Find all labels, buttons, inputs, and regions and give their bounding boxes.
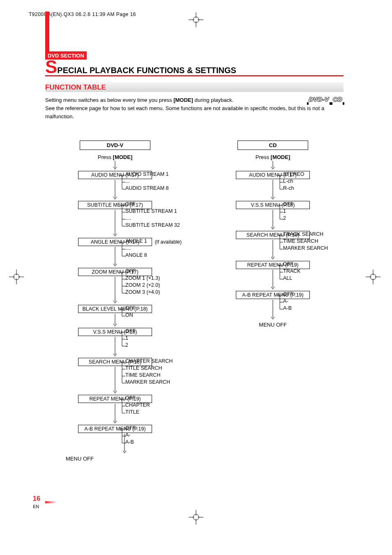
option-item: TIME SEARCH xyxy=(283,238,328,245)
option-item: CHAPTER xyxy=(125,402,150,409)
option-item: MARKER SEARCH xyxy=(125,379,173,386)
menu-off-cd: MENU OFF xyxy=(236,322,310,328)
option-item: OFF xyxy=(283,261,300,268)
menu-options: AUDIO STREAM 1...AUDIO STREAM 8 xyxy=(125,171,169,192)
menu-row: SUBTITLE MENU (P.17)OFFSUBTITLE STREAM 1… xyxy=(45,201,185,209)
menu-box-dvdv-4: BLACK LEVEL MENU (P.18) xyxy=(78,305,152,313)
subtitle: FUNCTION TABLE xyxy=(45,82,344,92)
menu-row: V.S.S MENU (P.18)OFF12 xyxy=(45,328,185,336)
intro-line1b: during playback. xyxy=(193,97,233,103)
option-item: ZOOM 1 (×1.3) xyxy=(125,275,160,282)
menu-row: V.S.S MENU (P.18)OFF12 xyxy=(203,201,343,209)
option-item: OFF xyxy=(125,268,160,275)
press-mode-cd: Press [MODE] xyxy=(236,154,310,160)
flow-header-cd: CD xyxy=(238,140,308,150)
menu-options: OFFCHAPTERTITLE xyxy=(125,395,150,416)
intro-mode: [MODE] xyxy=(173,97,193,103)
option-item: OFF xyxy=(125,395,150,402)
option-item: ANGLE 8 xyxy=(125,252,147,259)
intro-line1a: Setting menu switches as below every tim… xyxy=(45,97,173,103)
option-item: 1 xyxy=(125,335,136,342)
option-item: .... xyxy=(125,245,147,252)
menu-row: ANGLE MENU (P.17)(If available)ANGLE 1..… xyxy=(45,238,185,246)
flow-arrow xyxy=(78,314,152,327)
option-item: ZOOM 3 (×4.0) xyxy=(125,289,160,296)
menu-row: A-B REPEAT MENU (P.19)OFFA-A-B xyxy=(45,425,185,433)
menu-options: STEREOL-chR-ch xyxy=(283,171,304,192)
option-item: 2 xyxy=(283,215,293,222)
intro-text: DVD-V CD Setting menu switches as below … xyxy=(45,96,344,121)
menu-options: OFFA-A-B xyxy=(283,291,293,312)
option-item: TITLE xyxy=(125,409,150,416)
menu-options: OFF12 xyxy=(125,328,136,349)
option-item: OFF xyxy=(283,291,293,298)
menu-options: OFFON xyxy=(125,305,136,319)
option-item: STEREO xyxy=(283,171,304,178)
menu-off-dvdv: MENU OFF xyxy=(66,456,185,462)
menu-options: OFFSUBTITLE STREAM 1....SUBTITLE STREAM … xyxy=(125,201,180,229)
option-item: OFF xyxy=(125,201,180,208)
option-item: L-ch xyxy=(283,178,304,185)
menu-row: SEARCH MENU (P.18)TRACK SEARCHTIME SEARC… xyxy=(203,231,343,239)
option-item: AUDIO STREAM 8 xyxy=(125,185,169,192)
flow-arrow xyxy=(236,210,310,230)
option-item: .... xyxy=(125,215,180,222)
option-item: TRACK SEARCH xyxy=(283,231,328,238)
crop-mark-bottom xyxy=(189,510,203,526)
title-dropcap: S xyxy=(45,57,57,77)
option-item: TIME SEARCH xyxy=(125,372,173,379)
option-item: A- xyxy=(283,298,293,305)
option-item: 2 xyxy=(125,342,136,349)
menu-box-cd-4: A-B REPEAT MENU (P.19) xyxy=(236,291,310,299)
menu-options: OFFTRACKALL xyxy=(283,261,300,282)
menu-options: OFFA-A-B xyxy=(125,425,136,446)
flow-header-dvdv: DVD-V xyxy=(80,140,150,150)
page-number-value: 16 xyxy=(33,495,40,502)
flow-col-cd: CD Press [MODE] AUDIO MENU (P.17)STEREOL… xyxy=(203,140,343,462)
menu-row: REPEAT MENU (P.19)OFFCHAPTERTITLE xyxy=(45,395,185,403)
option-item: OFF xyxy=(283,201,293,208)
option-item: A-B xyxy=(125,439,136,446)
title-text: PECIAL PLAYBACK FUNCTIONS & SETTINGS xyxy=(57,66,236,75)
menu-options: OFF12 xyxy=(283,201,293,222)
badge-dvdv: DVD-V xyxy=(308,94,330,104)
option-item: 1 xyxy=(283,208,293,215)
menu-row: A-B REPEAT MENU (P.19)OFFA-A-B xyxy=(203,291,343,299)
menu-box-dvdv-5: V.S.S MENU (P.18) xyxy=(78,328,152,336)
menu-note: (If available) xyxy=(155,239,182,245)
menu-row: AUDIO MENU (P.17)AUDIO STREAM 1...AUDIO … xyxy=(45,171,185,179)
option-item: AUDIO STREAM 1 xyxy=(125,171,169,178)
page-number-accent xyxy=(45,501,57,503)
page-title: SPECIAL PLAYBACK FUNCTIONS & SETTINGS xyxy=(45,60,344,76)
menu-box-cd-1: V.S.S MENU (P.18) xyxy=(236,201,310,209)
option-item: OFF xyxy=(125,328,136,335)
option-item: ON xyxy=(125,312,136,319)
margin-red-bar xyxy=(45,12,49,57)
option-item: OFF xyxy=(125,425,136,432)
flow-arrow xyxy=(78,161,152,170)
menu-box-dvdv-8: A-B REPEAT MENU (P.19) xyxy=(78,425,152,433)
flow-arrow xyxy=(236,161,310,170)
intro-line2: See the reference page for how to set ea… xyxy=(45,105,324,120)
flow-arrow xyxy=(78,337,152,357)
page-number-lang: EN xyxy=(33,504,39,509)
badge-cd: CD xyxy=(332,94,344,104)
menu-options: OFFZOOM 1 (×1.3)ZOOM 2 (×2.0)ZOOM 3 (×4.… xyxy=(125,268,160,296)
option-item: TRACK xyxy=(283,268,300,275)
option-item: ZOOM 2 (×2.0) xyxy=(125,282,160,289)
menu-row: AUDIO MENU (P.17)STEREOL-chR-ch xyxy=(203,171,343,179)
flow-col-dvdv: DVD-V Press [MODE] AUDIO MENU (P.17)AUDI… xyxy=(45,140,185,462)
option-item: R-ch xyxy=(283,185,304,192)
option-item: TITLE SEARCH xyxy=(125,365,173,372)
option-item: SUBTITLE STREAM 32 xyxy=(125,222,180,229)
menu-row: SEARCH MENU (P.18)CHAPTER SEARCHTITLE SE… xyxy=(45,358,185,366)
option-item: OFF xyxy=(125,305,136,312)
option-item: ... xyxy=(125,178,169,185)
page-number: 16 EN xyxy=(33,495,40,510)
menu-options: TRACK SEARCHTIME SEARCHMARKER SEARCH xyxy=(283,231,328,252)
crop-mark-top xyxy=(189,12,203,29)
flow-arrow xyxy=(236,300,310,320)
menu-row: ZOOM MENU (P.17)OFFZOOM 1 (×1.3)ZOOM 2 (… xyxy=(45,268,185,276)
option-item: ANGLE 1 xyxy=(125,238,147,245)
option-item: SUBTITLE STREAM 1 xyxy=(125,208,180,215)
